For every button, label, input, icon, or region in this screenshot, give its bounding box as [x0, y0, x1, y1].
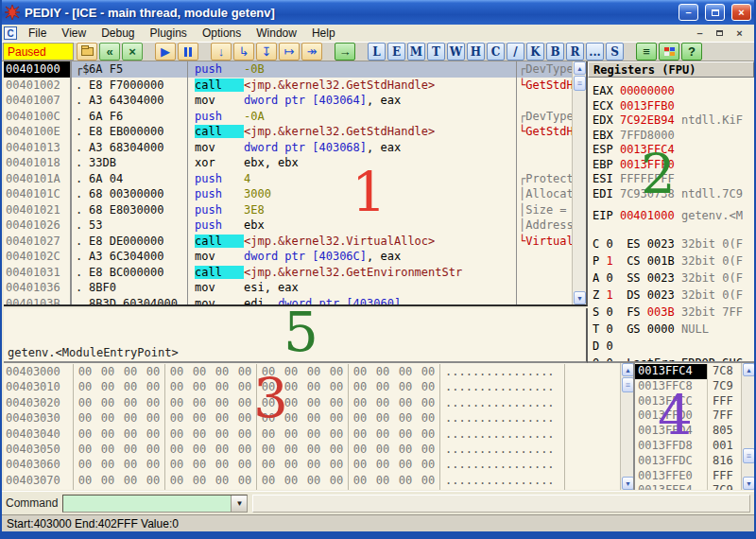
stack-scrollbar[interactable]: ▲ ≡ ▼: [741, 363, 754, 490]
dump-row[interactable]: 0040300000000000000000000000000000000000…: [4, 364, 620, 379]
pause-button[interactable]: [178, 43, 198, 61]
scroll-thumb[interactable]: ≡: [622, 377, 634, 392]
run-button[interactable]: ▶: [155, 43, 176, 61]
stack-row[interactable]: 0013FFC47C8: [635, 364, 741, 379]
menu-item-plugins[interactable]: Plugins: [143, 26, 195, 41]
step-into-button[interactable]: ↓: [211, 43, 232, 61]
flag-segment-row[interactable]: Z 1 DS 0023 32bit 0(F: [593, 287, 754, 304]
disassembly-scrollbar[interactable]: ▲ ≡ ▼: [572, 61, 586, 304]
dump-row[interactable]: 0040308000000000000000000000000000000000…: [4, 488, 620, 490]
scroll-thumb[interactable]: ≡: [743, 448, 754, 463]
disasm-row[interactable]: 0040103B.8B3D 60304000movedi, dword ptr …: [4, 296, 572, 305]
dump-row[interactable]: 0040307000000000000000000000000000000000…: [4, 473, 620, 488]
toolbar-letter-button-R[interactable]: R: [566, 43, 584, 61]
register-row[interactable]: EBP 0013FFF0: [593, 158, 754, 173]
disasm-row[interactable]: 0040102C.A3 6C304000movdword ptr [40306C…: [4, 249, 572, 265]
stack-row[interactable]: 0013FFC87C9: [635, 379, 741, 394]
disasm-row[interactable]: 0040100C.6A F6push-0A┌DevType: [4, 109, 572, 125]
register-row[interactable]: EDI 7C930738 ntdll.7C9: [593, 187, 754, 202]
execute-till-return-button[interactable]: ↠: [301, 43, 322, 61]
toolbar-letter-button-dots[interactable]: ...: [586, 43, 604, 61]
close-process-button[interactable]: ×: [122, 43, 143, 61]
menu-item-options[interactable]: Options: [195, 26, 249, 41]
animate-over-button[interactable]: ↦: [279, 43, 300, 61]
stack-row[interactable]: 0013FFCCFFF: [635, 394, 741, 409]
disasm-row[interactable]: 00401013.A3 68304000movdword ptr [403068…: [4, 140, 572, 156]
register-row[interactable]: EDX 7C92EB94 ntdll.KiF: [593, 113, 754, 129]
step-over-button[interactable]: ↳: [233, 43, 254, 61]
stack-row[interactable]: 0013FFE0FFF: [635, 469, 741, 484]
disasm-row[interactable]: 00401036.8BF0movesi, eax: [4, 280, 572, 296]
flag-segment-row[interactable]: O 0 LastErr ERROR_SUC: [593, 355, 754, 364]
stack-row[interactable]: 0013FFDC816: [635, 454, 741, 469]
toolbar-letter-button-B[interactable]: B: [546, 43, 564, 61]
menu-item-help[interactable]: Help: [304, 26, 343, 41]
toolbar-letter-button-M[interactable]: M: [407, 43, 425, 61]
flag-segment-row[interactable]: C 0 ES 0023 32bit 0(F: [593, 235, 754, 252]
flag-segment-row[interactable]: T 0 GS 0000 NULL: [593, 321, 754, 338]
scroll-down-icon[interactable]: ▼: [622, 477, 634, 490]
register-row[interactable]: EBX 7FFD8000: [593, 129, 754, 144]
stack-row[interactable]: 0013FFD07FF: [635, 409, 741, 424]
disasm-row[interactable]: 0040101C.68 00300000push3000│Allocati: [4, 186, 572, 202]
toolbar-letter-button-C[interactable]: C: [487, 43, 505, 61]
disasm-row[interactable]: 00401007.A3 64304000movdword ptr [403064…: [4, 93, 572, 109]
scroll-up-icon[interactable]: ▲: [574, 61, 586, 75]
toolbar-letter-button-H[interactable]: H: [467, 43, 485, 61]
disasm-row[interactable]: 0040100E.E8 EB000000call<jmp.&kernel32.G…: [4, 124, 572, 140]
disasm-row[interactable]: 00401026.53pushebx│Address: [4, 217, 572, 234]
restore-button[interactable]: [705, 4, 725, 21]
menu-item-view[interactable]: View: [54, 26, 94, 41]
mdi-restore-button[interactable]: [713, 27, 727, 40]
menu-item-debug[interactable]: Debug: [94, 26, 142, 41]
scroll-thumb[interactable]: ≡: [574, 76, 586, 91]
toolbar-letter-button-E[interactable]: E: [387, 43, 405, 61]
disasm-row[interactable]: 00401000┌$6A F5push-0B┌DevType: [4, 61, 572, 78]
register-row[interactable]: ESI FFFFFFFF: [593, 172, 754, 187]
go-to-address-button[interactable]: →: [335, 43, 355, 61]
dump-row[interactable]: 0040306000000000000000000000000000000000…: [4, 457, 620, 472]
stack-row[interactable]: 0013FFE47C9: [635, 483, 741, 490]
scroll-up-icon[interactable]: ▲: [622, 363, 634, 376]
flag-segment-row[interactable]: S 0 FS 003B 32bit 7FF: [593, 304, 754, 321]
register-row[interactable]: ESP 0013FFC4: [593, 143, 754, 158]
stack-row[interactable]: 0013FFD8001: [635, 439, 741, 454]
disasm-row[interactable]: 00401018.33DBxorebx, ebx: [4, 155, 572, 171]
register-row[interactable]: EAX 00000000: [593, 84, 754, 99]
disasm-row[interactable]: 0040101A.6A 04push4┌Protect: [4, 171, 572, 187]
disasm-row[interactable]: 00401027.E8 DE000000call<jmp.&kernel32.V…: [4, 234, 572, 250]
windows-list-button[interactable]: ≡: [636, 43, 657, 61]
flag-segment-row[interactable]: A 0 SS 0023 32bit 0(F: [593, 270, 754, 287]
chevron-down-icon[interactable]: ▼: [231, 496, 247, 512]
mdi-close-button[interactable]: ×: [732, 27, 747, 40]
disasm-row[interactable]: 00401021.68 E8030000push3E8│Size = 3: [4, 202, 572, 218]
dump-row[interactable]: 0040301000000000000000000000000000000000…: [4, 379, 620, 394]
dump-row[interactable]: 0040303000000000000000000000000000000000…: [4, 410, 620, 426]
toolbar-letter-button-K[interactable]: K: [526, 43, 544, 61]
menu-item-window[interactable]: Window: [249, 26, 304, 41]
register-row[interactable]: ECX 0013FFB0: [593, 99, 754, 114]
scroll-up-icon[interactable]: ▲: [743, 363, 754, 376]
toolbar-letter-button-T[interactable]: T: [427, 43, 445, 61]
help-button[interactable]: ?: [681, 43, 702, 61]
dump-row[interactable]: 0040302000000000000000000000000000000000…: [4, 395, 620, 410]
restart-button[interactable]: «: [99, 43, 120, 61]
disasm-row[interactable]: 00401002.E8 F7000000call<jmp.&kernel32.G…: [4, 78, 572, 94]
animate-into-button[interactable]: ↧: [256, 43, 277, 61]
appearance-button[interactable]: [659, 43, 679, 61]
mdi-minimize-button[interactable]: –: [693, 27, 707, 40]
menu-item-file[interactable]: File: [21, 26, 54, 41]
stack-row[interactable]: 0013FFD4805: [635, 424, 741, 439]
toolbar-letter-button-slash[interactable]: /: [507, 43, 524, 61]
dump-scrollbar[interactable]: ▲ ≡ ▼: [620, 363, 633, 490]
flag-segment-row[interactable]: P 1 CS 001B 32bit 0(F: [593, 252, 754, 270]
scroll-down-icon[interactable]: ▼: [574, 291, 586, 304]
toolbar-letter-button-L[interactable]: L: [368, 43, 386, 61]
flag-segment-row[interactable]: D 0: [593, 338, 754, 355]
close-button[interactable]: ×: [731, 4, 751, 21]
toolbar-letter-button-S[interactable]: S: [606, 43, 624, 61]
dump-row[interactable]: 0040305000000000000000000000000000000000…: [4, 442, 620, 457]
toolbar-letter-button-W[interactable]: W: [447, 43, 465, 61]
command-input[interactable]: [63, 496, 231, 512]
minimize-button[interactable]: –: [679, 4, 698, 21]
